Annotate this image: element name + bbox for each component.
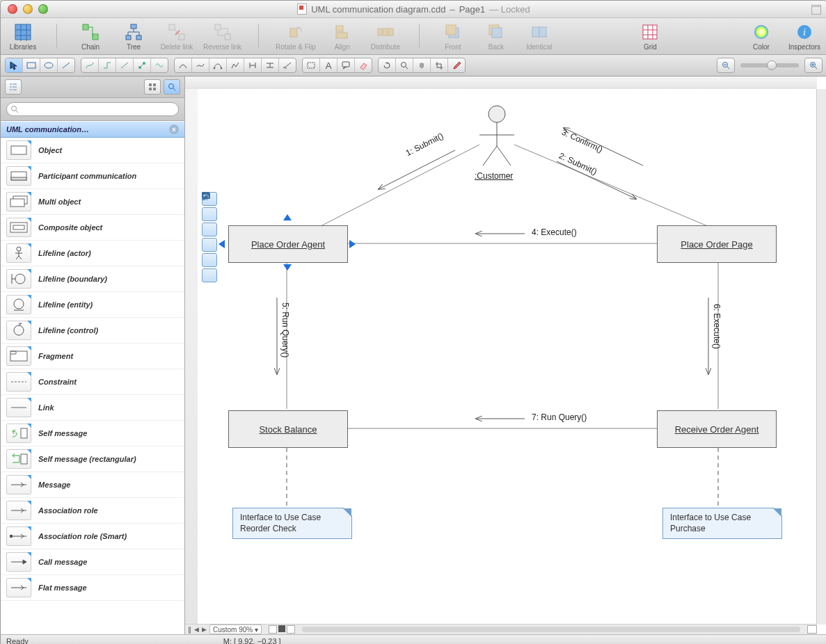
ellipse-tool[interactable]	[40, 58, 58, 72]
svg-rect-46	[11, 177, 26, 180]
library-grid-toggle[interactable]	[144, 79, 161, 95]
delete-link-button[interactable]: Delete link	[160, 22, 193, 51]
shape-item-lifeline-control-[interactable]: Lifeline (control)	[1, 318, 184, 344]
pointer-tool[interactable]	[6, 58, 23, 72]
message-4-label[interactable]: 4: Execute()	[532, 227, 577, 237]
shape-item-fragment[interactable]: Fragment	[1, 344, 184, 369]
message-6-label[interactable]: 6: Execute()	[712, 304, 722, 349]
note-right[interactable]: Interface to Use Case Purchase	[662, 508, 782, 539]
vertical-scrollbar[interactable]	[816, 89, 826, 625]
zoom-window-button[interactable]	[38, 4, 48, 14]
drawing-canvas[interactable]: :Customer 1: Submit() 2: Submit() 3: Con…	[198, 89, 817, 625]
object-place-order-agent[interactable]: Place Order Agent	[228, 225, 348, 263]
shape-item-composite-object[interactable]: Composite object	[1, 215, 184, 241]
zoom-tool[interactable]	[396, 58, 413, 72]
grid-button[interactable]: Grid	[633, 22, 667, 51]
shape-item-association-role-smart-[interactable]: Association role (Smart)	[1, 524, 184, 549]
bezier-tool[interactable]	[209, 58, 227, 72]
callout-tool[interactable]	[337, 58, 355, 72]
connector-tool-4[interactable]	[134, 58, 151, 72]
rotate-flip-button[interactable]: Rotate & Flip	[276, 22, 316, 51]
library-tree-toggle[interactable]	[5, 79, 22, 95]
shape-item-link[interactable]: Link	[1, 395, 184, 421]
front-button[interactable]: Front	[436, 22, 470, 51]
zoom-slider[interactable]	[740, 63, 799, 67]
shape-item-label: Object	[38, 146, 62, 154]
dimension-tool-2[interactable]	[262, 58, 279, 72]
connector-tool-2[interactable]	[99, 58, 116, 72]
toolbar-toggle-button[interactable]	[811, 5, 821, 15]
horizontal-ruler[interactable]	[185, 77, 817, 90]
identical-button[interactable]: Identical	[523, 22, 556, 51]
zoom-in-button[interactable]	[805, 58, 822, 72]
connector-tool-1[interactable]	[81, 58, 99, 72]
library-close-button[interactable]: ×	[169, 124, 179, 134]
color-button[interactable]: Color	[745, 22, 778, 51]
text-tool[interactable]: A	[320, 58, 337, 72]
zoom-slider-knob[interactable]	[767, 61, 777, 70]
selection-handle-top[interactable]	[283, 214, 292, 220]
page-tabs-strip[interactable]	[269, 625, 295, 634]
shape-item-participant-communication[interactable]: Participant communication	[1, 163, 184, 189]
library-header[interactable]: UML communication… ×	[1, 121, 184, 138]
page-pause-icon[interactable]: ‖	[188, 626, 191, 634]
shape-item-association-role[interactable]: Association role	[1, 498, 184, 524]
shape-item-self-message[interactable]: Self message	[1, 421, 184, 446]
library-search-input[interactable]	[6, 102, 179, 116]
spline-tool[interactable]	[192, 58, 209, 72]
line-tool[interactable]	[58, 58, 74, 72]
reverse-link-button[interactable]: Reverse link	[203, 22, 241, 51]
tree-button[interactable]: Tree	[117, 22, 150, 51]
dimension-tool-1[interactable]	[244, 58, 262, 72]
polyline-tool[interactable]	[227, 58, 244, 72]
eraser-tool[interactable]	[355, 58, 372, 72]
shape-item-call-message[interactable]: Call message	[1, 549, 184, 575]
stamp-tool[interactable]	[303, 58, 320, 72]
align-button[interactable]: Align	[326, 22, 359, 51]
selection-handle-right[interactable]	[349, 240, 356, 248]
library-search-toggle[interactable]	[164, 79, 180, 95]
shape-item-constraint[interactable]: Constraint	[1, 369, 184, 395]
shape-item-flat-message[interactable]: Flat message	[1, 575, 184, 601]
distribute-button[interactable]: Distribute	[369, 22, 402, 51]
note-left[interactable]: Interface to Use Case Reorder Check	[232, 508, 352, 539]
close-window-button[interactable]	[8, 4, 17, 14]
object-stock-balance[interactable]: Stock Balance	[228, 410, 348, 448]
pan-tool[interactable]	[413, 58, 431, 72]
shape-item-multi-object[interactable]: Multi object	[1, 189, 184, 215]
object-place-order-page[interactable]: Place Order Page	[657, 225, 777, 263]
inspectors-button[interactable]: i Inspectors	[788, 22, 821, 51]
selection-handle-bottom[interactable]	[283, 264, 292, 271]
actor-label[interactable]: :Customer	[475, 171, 513, 181]
shape-item-lifeline-actor-[interactable]: Lifeline (actor)	[1, 241, 184, 266]
eyedropper-tool[interactable]	[448, 58, 465, 72]
shape-item-self-message-rectangular-[interactable]: Self message (rectangular)	[1, 446, 184, 472]
shape-item-lifeline-entity-[interactable]: Lifeline (entity)	[1, 292, 184, 318]
message-5-label[interactable]: 5: Run Query()	[280, 303, 290, 357]
arc-tool[interactable]	[175, 58, 192, 72]
shape-item-message[interactable]: Message	[1, 472, 184, 498]
minimize-window-button[interactable]	[23, 4, 33, 14]
back-button[interactable]: Back	[479, 22, 513, 51]
connector-tool-5[interactable]	[151, 58, 168, 72]
page-next-button[interactable]: ▶	[202, 626, 207, 633]
connector-tool-3[interactable]	[116, 58, 134, 72]
shape-item-object[interactable]: Object	[1, 138, 184, 163]
selection-handle-left[interactable]	[219, 240, 225, 248]
horizontal-scrollbar[interactable]	[302, 627, 800, 632]
shape-list[interactable]: ObjectParticipant communicationMulti obj…	[1, 138, 184, 634]
vertical-ruler[interactable]	[185, 89, 198, 625]
message-7-label[interactable]: 7: Run Query()	[532, 412, 587, 422]
dimension-tool-3[interactable]	[279, 58, 296, 72]
rotate-view-tool[interactable]	[379, 58, 396, 72]
page-prev-button[interactable]: ◀	[194, 626, 199, 633]
zoom-select[interactable]: Custom 90% ▾	[209, 625, 262, 634]
rectangle-tool[interactable]	[23, 58, 40, 72]
chain-button[interactable]: Chain	[74, 22, 107, 51]
object-receive-order-agent[interactable]: Receive Order Agent	[657, 410, 777, 448]
resize-grip-icon[interactable]	[807, 625, 817, 634]
crop-tool[interactable]	[431, 58, 448, 72]
shape-item-lifeline-boundary-[interactable]: Lifeline (boundary)	[1, 266, 184, 292]
zoom-out-button[interactable]	[717, 58, 734, 72]
libraries-button[interactable]: Libraries	[6, 22, 40, 51]
